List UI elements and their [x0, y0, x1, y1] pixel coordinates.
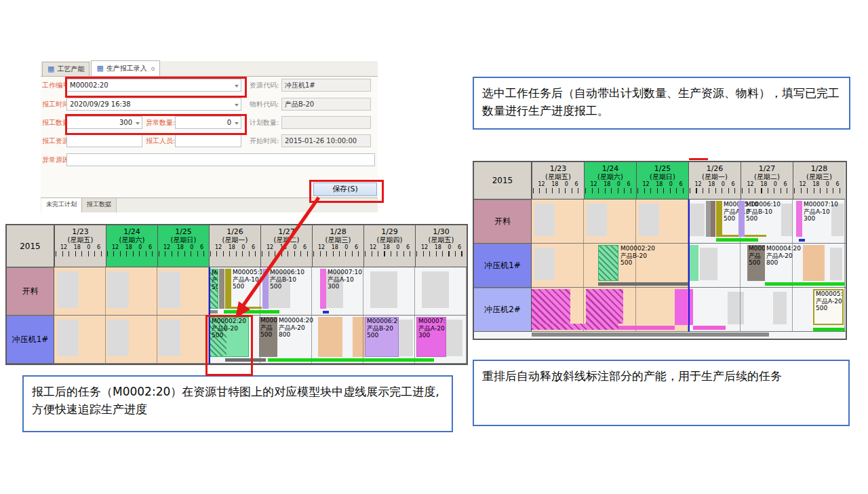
- released-capacity-hatch: [532, 289, 570, 324]
- gantt-task-m00006-10[interactable]: M00006:10产品B-10500: [738, 201, 789, 237]
- progress-line: [225, 358, 266, 362]
- day-header: 1/27(星期二) 12 18 0 6: [741, 162, 793, 200]
- tab-production-report-entry[interactable]: ▦ 生产报工录入 o: [91, 60, 160, 76]
- report-person-input[interactable]: [175, 134, 241, 147]
- highlight-mark: [689, 158, 708, 160]
- task-bar[interactable]: [219, 269, 224, 309]
- capacity-block: [159, 320, 180, 356]
- ruler: [637, 188, 688, 193]
- capacity-block: [728, 292, 744, 324]
- resource-code-value: 冲压机1#: [285, 81, 315, 89]
- current-time-line: [209, 267, 210, 364]
- day-header: 1/23(星期五) 12 18 0 6: [532, 162, 584, 200]
- task-bar[interactable]: [688, 245, 698, 281]
- ruler: [365, 251, 414, 256]
- spinner-caret-icon[interactable]: [136, 122, 140, 125]
- gantt-chart-left: 2015 1/23(星期五) 12 18 0 6 1/24(星期六) 12 18…: [5, 224, 468, 365]
- day-header: 1/28(星期三) 12 18 0 6: [793, 162, 845, 200]
- plan-qty-label: 计划数量:: [250, 116, 279, 129]
- day-header: 1/29(星期四) 12 18 0 6: [363, 225, 415, 267]
- spinner-caret-icon[interactable]: [235, 122, 239, 125]
- capacity-block: [587, 204, 607, 236]
- report-qty-value: 300: [119, 119, 132, 126]
- gantt-task-m00007-20[interactable]: M00007:20产品A-20300: [416, 317, 446, 357]
- ruler: [742, 188, 792, 193]
- gantt-task-m00006-20[interactable]: M00006:20产品B-20500: [365, 317, 399, 357]
- task-underline: [618, 326, 675, 330]
- gantt-task-m00002-20[interactable]: M00002:20产品B-20500: [210, 317, 249, 357]
- tab-unfinished-plans[interactable]: 未完工计划: [41, 198, 82, 212]
- gantt-task-m00003-clipped[interactable]: M0000产品500: [259, 317, 277, 357]
- capacity-block: [639, 204, 659, 236]
- gantt-task-m00007-10[interactable]: M00007:10产品A-10300: [320, 269, 366, 309]
- tab-bar: ▦ 工艺产能 ▦ 生产报工录入 o: [41, 61, 378, 77]
- task-bar[interactable]: [675, 289, 693, 325]
- row-label-chongyaji1: 冲压机1#: [474, 244, 532, 288]
- table-icon: ▦: [96, 65, 103, 72]
- gantt-task-m00006-10[interactable]: M00006:10产品B-10500: [262, 269, 312, 309]
- tab-label: 生产报工录入: [106, 64, 147, 73]
- gantt-task-m00004-20[interactable]: M00004:20产品A-20800: [277, 317, 342, 357]
- day-header: 1/30(星期五) 12 18 0 6: [415, 225, 467, 267]
- ruler: [159, 251, 208, 256]
- material-code-value: 产品B-20: [285, 100, 314, 108]
- plan-qty-field: [281, 116, 371, 129]
- capacity-block: [159, 271, 180, 308]
- report-resource-input[interactable]: [66, 134, 142, 147]
- task-bar[interactable]: [706, 201, 711, 237]
- gantt-row-area: M0产50 M00005:10产品A-10500 M00006:10产品B-10…: [54, 267, 467, 316]
- progress-line: [210, 310, 218, 314]
- abnormal-qty-input[interactable]: 0: [175, 116, 241, 129]
- row-label-kailiao: 开料: [474, 200, 532, 244]
- day-header: 1/28(星期三) 12 18 0 6: [312, 225, 363, 267]
- current-time-line: [688, 200, 690, 332]
- capacity-block: [107, 271, 129, 308]
- report-person-label: 报工人员:: [146, 134, 175, 147]
- scroll-strip[interactable]: [532, 332, 846, 338]
- progress-mark: [799, 239, 805, 242]
- capacity-block: [422, 271, 449, 308]
- capacity-block: [690, 204, 705, 236]
- dropdown-caret-icon[interactable]: [235, 85, 239, 88]
- progress-line: [716, 238, 758, 242]
- gantt-task-clipped[interactable]: M0产50: [210, 269, 218, 309]
- material-code-label: 物料代码:: [250, 98, 279, 111]
- gantt-chart-right: 2015 1/23(星期五) 12 18 0 6 1/24(星期六) 12 18…: [473, 161, 847, 340]
- capacity-block: [700, 248, 717, 280]
- save-button[interactable]: 保存(S): [313, 183, 377, 196]
- gantt-task-m00005-20[interactable]: M00005:2产品A-20500: [813, 289, 844, 325]
- ruler: [56, 251, 105, 256]
- capacity-block: [773, 292, 787, 324]
- report-time-input[interactable]: 2020/09/29 16:38: [66, 98, 241, 111]
- abnormal-qty-label: 异常数量:: [146, 116, 175, 129]
- gantt-task-m00002-20[interactable]: M00002:20产品B-20500: [598, 245, 663, 281]
- note-top-right: 选中工作任务后（自动带出计划数量、生产资源、物料），填写已完工数量进行生产进度报…: [473, 77, 850, 130]
- task-bar[interactable]: [711, 201, 715, 237]
- row-label-chongyaji2: 冲压机2#: [474, 288, 532, 332]
- work-no-input[interactable]: M00002:20: [66, 79, 241, 92]
- ruler: [794, 188, 844, 193]
- gantt-task-m00005-10[interactable]: M00005:10产品A-10500: [225, 269, 262, 309]
- tab-close-icon[interactable]: o: [151, 65, 155, 72]
- dropdown-caret-icon[interactable]: [235, 104, 239, 107]
- day-header-weekend: 1/25(星期日) 12 18 0 6: [157, 225, 209, 267]
- abnormal-reason-input[interactable]: [66, 153, 375, 166]
- report-entry-panel: ▦ 工艺产能 ▦ 生产报工录入 o 工作编号: M00002:20 资源代码: …: [41, 61, 378, 212]
- gantt-task-m00003-clipped[interactable]: M0000产品500: [747, 245, 765, 281]
- resource-code-label: 资源代码:: [250, 79, 279, 92]
- day-header-weekend: 1/25(星期日) 12 18 0 6: [636, 162, 688, 200]
- start-time-field: 2015-01-26 10:00:00: [281, 134, 371, 147]
- year-cell: 2015: [474, 162, 532, 200]
- tab-report-data[interactable]: 报工数据: [82, 198, 117, 212]
- report-qty-input[interactable]: 300: [66, 116, 142, 129]
- work-no-value: M00002:20: [70, 81, 108, 89]
- gantt-task-m00007-10[interactable]: M00007:10产品A-10300: [796, 201, 844, 237]
- ruler: [416, 251, 466, 256]
- progress-line: [268, 358, 434, 362]
- ruler: [107, 251, 157, 256]
- gantt-task-m00004-20[interactable]: M00004:20产品A-20800: [765, 245, 825, 281]
- progress-mark: [323, 311, 329, 314]
- capacity-block: [107, 320, 129, 356]
- tab-process-capacity[interactable]: ▦ 工艺产能: [42, 62, 90, 76]
- start-time-label: 开始时间:: [250, 134, 279, 147]
